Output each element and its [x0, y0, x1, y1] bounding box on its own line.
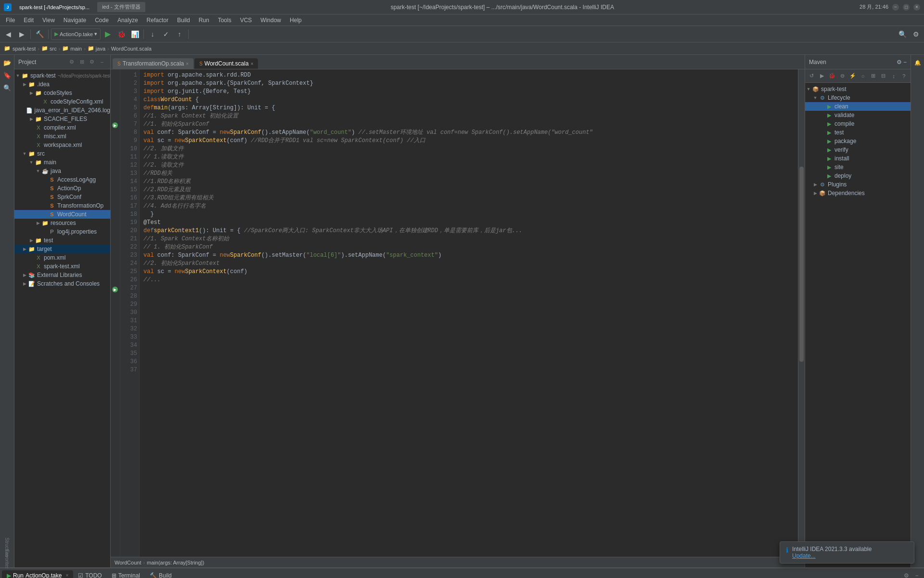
menu-refactor[interactable]: Refactor	[143, 16, 172, 25]
tree-actionop[interactable]: S ActionOp	[14, 184, 110, 193]
maven-compile[interactable]: ▶ compile	[805, 119, 911, 128]
maven-run-btn[interactable]: ▶	[817, 71, 826, 81]
project-settings-icon[interactable]: ⚙	[67, 58, 76, 66]
breadcrumb-src[interactable]: 📁 src	[41, 45, 57, 52]
build-tab[interactable]: 🔨 Build	[145, 570, 177, 578]
minimize-button[interactable]: −	[892, 4, 899, 11]
run-indicator-6[interactable]: ▶	[112, 122, 118, 128]
menu-window[interactable]: Window	[257, 16, 285, 25]
menu-analyze[interactable]: Analyze	[114, 16, 142, 25]
maven-generate-sources-btn[interactable]: ⚡	[848, 71, 857, 81]
breadcrumb-file[interactable]: WordCount.scala	[111, 46, 152, 52]
maven-root[interactable]: ▼ 📦 spark-test	[805, 85, 911, 93]
tree-transformationop[interactable]: S TransformationOp	[14, 201, 110, 210]
tree-ext-libs[interactable]: ▶ 📚 External Libraries	[14, 271, 110, 279]
menu-view[interactable]: View	[38, 16, 59, 25]
run-tab[interactable]: ▶ Run ActionOp.take ×	[2, 570, 73, 578]
build-button[interactable]: 🔨	[33, 28, 46, 40]
maven-test[interactable]: ▶ test	[805, 128, 911, 137]
menu-build[interactable]: Build	[173, 16, 194, 25]
menu-navigate[interactable]: Navigate	[60, 16, 90, 25]
project-close-icon[interactable]: −	[98, 58, 106, 66]
tree-root[interactable]: ▼ 📁 spark-test ~/IdeaProjects/spark-test	[14, 71, 110, 80]
menu-vcs[interactable]: VCS	[236, 16, 256, 25]
vcs-commit-button[interactable]: ✓	[160, 28, 172, 40]
debug-button[interactable]: 🐞	[115, 28, 128, 40]
project-sidebar-icon[interactable]: 📂	[1, 57, 13, 68]
run-tab-close[interactable]: ×	[65, 573, 68, 578]
scrollbar-thumb[interactable]	[799, 167, 804, 362]
maven-validate[interactable]: ▶ validate	[805, 111, 911, 119]
settings-button[interactable]: ⚙	[910, 28, 922, 40]
tree-resources[interactable]: ▶ 📁 resources	[14, 219, 110, 227]
menu-edit[interactable]: Edit	[20, 16, 38, 25]
tree-pom[interactable]: X pom.xml	[14, 253, 110, 262]
tree-log4j[interactable]: P log4j.properties	[14, 227, 110, 236]
todo-tab[interactable]: ☑ TODO	[73, 570, 106, 578]
tree-test[interactable]: ▶ 📁 test	[14, 236, 110, 245]
maven-show-deps-btn[interactable]: ⊞	[869, 71, 878, 81]
tab-wordcount[interactable]: S WordCount.scala ×	[194, 58, 258, 69]
run-config-dropdown[interactable]: ▶ ActionOp.take ▾	[51, 28, 101, 40]
project-layout-icon[interactable]: ⊞	[77, 58, 86, 66]
find-sidebar-icon[interactable]: 🔍	[1, 82, 13, 93]
tree-codeStyleConfig[interactable]: X codeStyleConfig.xml	[14, 97, 110, 106]
vcs-update-button[interactable]: ↓	[146, 28, 159, 40]
tree-codeStyles[interactable]: ▶ 📁 codeStyles	[14, 89, 110, 97]
favorites-sidebar-icon[interactable]: Favorites	[1, 554, 13, 565]
menu-code[interactable]: Code	[91, 16, 113, 25]
maven-skip-tests-btn[interactable]: ⊖	[838, 71, 847, 81]
tree-spark-test-xml[interactable]: X spark-test.xml	[14, 262, 110, 271]
menu-help[interactable]: Help	[286, 16, 306, 25]
project-gear-icon[interactable]: ⚙	[88, 58, 96, 66]
titlebar-tab-2[interactable]: ied - 文件管理器	[97, 2, 145, 12]
maven-dependencies[interactable]: ▶ 📦 Dependencies	[805, 189, 911, 197]
forward-button[interactable]: ▶	[15, 28, 28, 40]
tree-idea[interactable]: ▶ 📁 .idea	[14, 80, 110, 89]
tab-transformationop[interactable]: S TransformationOp.scala ×	[113, 58, 193, 69]
coverage-button[interactable]: 📊	[128, 28, 141, 40]
tab-wordcount-close[interactable]: ×	[251, 61, 254, 66]
tree-workspace[interactable]: X workspace.xml	[14, 141, 110, 149]
terminal-tab[interactable]: ⊞ Terminal	[107, 570, 145, 578]
tree-wordcount[interactable]: S WordCount	[14, 210, 110, 219]
maven-minimize-icon[interactable]: −	[903, 59, 907, 66]
titlebar-tab-1[interactable]: spark-test [-/IdeaProjects/sp...	[14, 3, 94, 12]
maven-install[interactable]: ▶ install	[805, 154, 911, 163]
tree-scratches[interactable]: ▶ 📝 Scratches and Consoles	[14, 279, 110, 288]
tree-target[interactable]: ▶ 📁 target	[14, 245, 110, 253]
run-button[interactable]: ▶	[102, 28, 114, 40]
maven-verify[interactable]: ▶ verify	[805, 145, 911, 154]
bottom-settings-btn[interactable]: ⚙	[901, 570, 911, 578]
vcs-push-button[interactable]: ↑	[173, 28, 186, 40]
maximize-button[interactable]: □	[903, 4, 910, 11]
tree-src[interactable]: ▼ 📁 src	[14, 149, 110, 158]
notification-update-link[interactable]: Update...	[792, 552, 816, 559]
maven-settings-icon[interactable]: ⚙	[897, 59, 902, 66]
breadcrumb-main[interactable]: 📁 main	[62, 45, 82, 52]
tree-misc[interactable]: X misc.xml	[14, 132, 110, 141]
maven-lifecycle[interactable]: ▼ ⚙ Lifecycle	[805, 93, 911, 102]
bookmarks-sidebar-icon[interactable]: 🔖	[1, 69, 13, 81]
maven-plugins[interactable]: ▶ ⚙ Plugins	[805, 180, 911, 189]
back-button[interactable]: ◀	[2, 28, 14, 40]
tab-transformationop-close[interactable]: ×	[186, 61, 189, 66]
tree-access-log-agg[interactable]: S AccessLogAgg	[14, 175, 110, 184]
maven-debug-btn[interactable]: 🐞	[828, 71, 837, 81]
tree-sprkconf[interactable]: S SprkConf	[14, 193, 110, 201]
maven-package[interactable]: ▶ package	[805, 137, 911, 145]
bottom-close-btn[interactable]: −	[911, 570, 922, 578]
maven-collapse-all-btn[interactable]: ⊟	[879, 71, 888, 81]
breadcrumb-project[interactable]: spark-test	[13, 46, 36, 52]
maven-toggle-offline-btn[interactable]: ○	[858, 71, 867, 81]
tree-main[interactable]: ▼ 📁 main	[14, 158, 110, 167]
tree-java-error[interactable]: 📄 java_error_in_IDEA_2046.log	[14, 106, 110, 115]
run-indicator-27[interactable]: ▶	[112, 287, 118, 292]
close-button[interactable]: ×	[913, 4, 920, 11]
maven-expand-all-btn[interactable]: ↕	[889, 71, 898, 81]
code-editor[interactable]: import org.apache.spark.rdd.RDD import o…	[140, 69, 798, 557]
maven-reload-btn[interactable]: ↺	[807, 71, 816, 81]
menu-file[interactable]: File	[2, 16, 19, 25]
menu-run[interactable]: Run	[195, 16, 213, 25]
maven-deploy[interactable]: ▶ deploy	[805, 171, 911, 180]
